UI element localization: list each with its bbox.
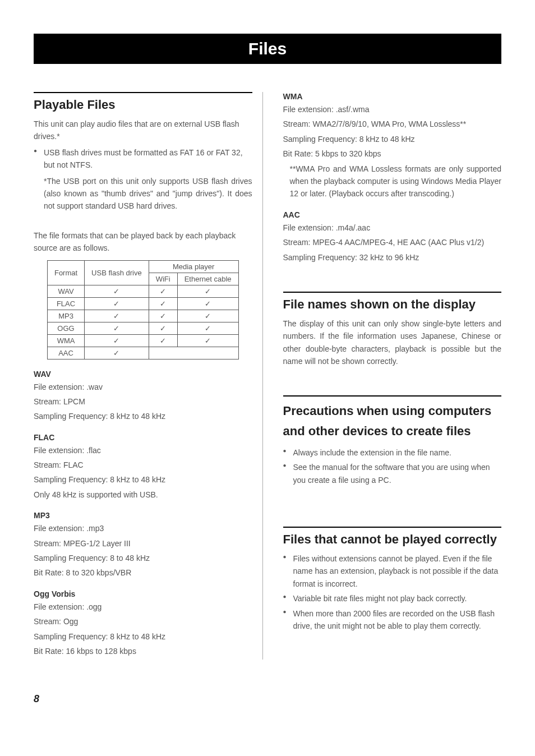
wma-lossless-note: **WMA Pro and WMA Lossless formats are o… bbox=[283, 163, 502, 200]
right-column: WMA File extension: .asf/.wma Stream: WM… bbox=[273, 92, 502, 660]
aac-stream: Stream: MPEG-4 AAC/MPEG-4, HE AAC (AAC P… bbox=[283, 236, 502, 248]
usb-port-footnote: *The USB port on this unit only supports… bbox=[44, 175, 252, 213]
ogg-freq: Sampling Frequency: 8 kHz to 48 kHz bbox=[34, 630, 252, 643]
wma-stream: Stream: WMA2/7/8/9/10, WMA Pro, WMA Loss… bbox=[283, 118, 502, 130]
filenames-heading: File names shown on the display bbox=[283, 292, 502, 312]
precautions-heading: Precautions when using computers and oth… bbox=[283, 395, 502, 440]
playable-files-heading: Playable Files bbox=[34, 92, 252, 112]
filenames-body: The display of this unit can only show s… bbox=[283, 317, 502, 368]
aac-freq: Sampling Frequency: 32 kHz to 96 kHz bbox=[283, 251, 502, 264]
th-wifi: WiFi bbox=[149, 273, 177, 285]
cannot-no-extension: Files without extensions cannot be playe… bbox=[283, 552, 502, 590]
cannot-play-heading: Files that cannot be played correctly bbox=[283, 527, 502, 547]
ogg-heading: Ogg Vorbis bbox=[34, 589, 252, 598]
flac-freq: Sampling Frequency: 8 kHz to 48 kHz bbox=[34, 473, 252, 486]
wma-bitrate: Bit Rate: 5 kbps to 320 kbps bbox=[283, 147, 502, 160]
left-column: Playable Files This unit can play audio … bbox=[34, 92, 263, 660]
table-row: WMA✓✓✓ bbox=[47, 334, 238, 347]
page-title-bar: Files bbox=[34, 34, 501, 64]
table-row: MP3✓✓✓ bbox=[47, 310, 238, 322]
flac-heading: FLAC bbox=[34, 433, 252, 442]
wav-heading: WAV bbox=[34, 370, 252, 379]
table-row: WAV✓✓✓ bbox=[47, 285, 238, 297]
th-format: Format bbox=[47, 260, 84, 285]
flac-usb-note: Only 48 kHz is supported with USB. bbox=[34, 488, 252, 501]
ogg-stream: Stream: Ogg bbox=[34, 615, 252, 628]
table-row: FLAC✓✓✓ bbox=[47, 297, 238, 310]
th-eth: Ethernet cable bbox=[177, 273, 238, 285]
wav-stream: Stream: LPCM bbox=[34, 395, 252, 408]
mp3-stream: Stream: MPEG-1/2 Layer III bbox=[34, 537, 252, 550]
formats-intro: The file formats that can be played back… bbox=[34, 229, 252, 255]
cannot-2000-files: When more than 2000 files are recorded o… bbox=[283, 607, 502, 633]
table-row: OGG✓✓✓ bbox=[47, 322, 238, 334]
table-row: AAC✓ bbox=[47, 347, 238, 359]
wma-heading: WMA bbox=[283, 92, 502, 101]
aac-ext: File extension: .m4a/.aac bbox=[283, 222, 502, 234]
flac-ext: File extension: .flac bbox=[34, 444, 252, 457]
page-number: 8 bbox=[34, 693, 501, 705]
mp3-freq: Sampling Frequency: 8 to 48 kHz bbox=[34, 552, 252, 564]
precaution-manual: See the manual for the software that you… bbox=[283, 461, 502, 486]
wav-freq: Sampling Frequency: 8 kHz to 48 kHz bbox=[34, 410, 252, 422]
flac-stream: Stream: FLAC bbox=[34, 459, 252, 471]
precautions-heading-l2: and other devices to create files bbox=[283, 424, 471, 438]
cannot-vbr: Variable bit rate files might not play b… bbox=[283, 592, 502, 605]
aac-heading: AAC bbox=[283, 210, 502, 219]
playable-files-intro: This unit can play audio files that are … bbox=[34, 118, 252, 143]
wav-ext: File extension: .wav bbox=[34, 381, 252, 393]
precautions-heading-l1: Precautions when using computers bbox=[283, 404, 492, 418]
precaution-extension: Always include the extension in the file… bbox=[283, 446, 502, 459]
usb-format-note: USB flash drives must be formatted as FA… bbox=[34, 146, 252, 172]
ogg-bitrate: Bit Rate: 16 kbps to 128 kbps bbox=[34, 645, 252, 657]
th-media-player: Media player bbox=[149, 260, 238, 273]
mp3-ext: File extension: .mp3 bbox=[34, 522, 252, 534]
format-support-table: Format USB flash drive Media player WiFi… bbox=[47, 260, 239, 359]
mp3-bitrate: Bit Rate: 8 to 320 kbps/VBR bbox=[34, 566, 252, 579]
th-usb: USB flash drive bbox=[85, 260, 149, 285]
wma-ext: File extension: .asf/.wma bbox=[283, 103, 502, 116]
wma-freq: Sampling Frequency: 8 kHz to 48 kHz bbox=[283, 133, 502, 145]
ogg-ext: File extension: .ogg bbox=[34, 601, 252, 613]
mp3-heading: MP3 bbox=[34, 511, 252, 520]
